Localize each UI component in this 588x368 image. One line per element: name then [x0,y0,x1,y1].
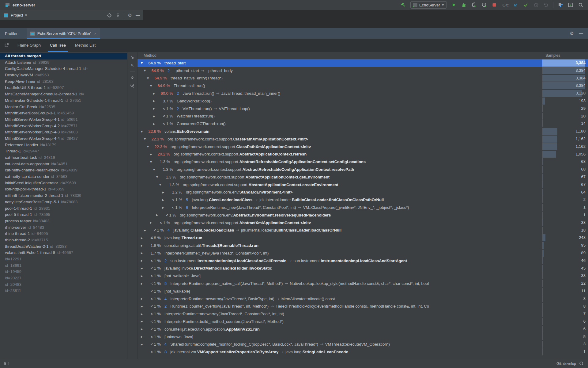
expand-node-icon[interactable]: ▶ [152,99,156,102]
call-tree-row[interactable]: ▶< 1 %InterpreterRuntime::build_method_c… [138,318,588,325]
debug-button[interactable] [461,2,467,8]
call-tree-row[interactable]: ▶< 1 %5InterpreterRuntime::prepare_nativ… [138,280,588,287]
call-tree-row[interactable]: ▶< 1 %6InterpreterRuntime::_new(JavaThre… [138,204,588,211]
collapse-node-icon[interactable]: ▼ [149,84,153,87]
expand-node-icon[interactable]: ▶ [139,305,144,308]
call-tree-row[interactable]: < 1 %[not_walkable]11 [138,287,588,295]
thread-list-item[interactable]: Reference Handlerid=18179 [0,142,127,148]
call-tree-row[interactable]: ▶< 1 %java.lang.invoke.DirectMethodHandl… [138,265,588,272]
thread-list-item[interactable]: MtthriftServerWorkerGroup-4-4id=28427 [0,136,127,142]
notifications-icon[interactable] [579,361,584,366]
collapse-node-icon[interactable]: ▼ [145,145,150,148]
thread-list-item[interactable]: id=18691 [0,263,127,269]
profiler-session-tab[interactable]: EchoServer with 'CPU Profiler' × [27,28,100,39]
call-tree-row[interactable]: ▶< 1 %4InterpreterRuntime::newarray(Java… [138,295,588,303]
focus-subtree-icon[interactable]: ↘ [130,55,135,59]
build-hammer-icon[interactable] [400,2,406,8]
thread-list-item[interactable]: MnsInvoker-Schedule-1-thread-1id=27651 [0,98,127,104]
run-button[interactable] [451,2,457,8]
filter-target-icon[interactable] [130,83,135,88]
call-tree-row[interactable]: ▶< 1 %2VMThread::run()→VMThread::loop()2… [138,105,588,113]
view-tab-flame-graph[interactable]: Flame Graph [13,39,45,52]
call-tree-row[interactable]: ▼1.3 %org.springframework.context.suppor… [138,158,588,166]
thread-list-item[interactable]: Thread-1id=29447 [0,148,127,155]
rollback-button-disabled[interactable] [543,2,549,8]
thread-list-item[interactable]: MtthriftServerWorkerGroup-4-2id=77571 [0,123,127,129]
running-tool-window-icon[interactable] [567,2,574,8]
call-tree-row[interactable]: ▼64.9 %2_pthread_start→_pthread_body3,38… [138,67,588,75]
expand-node-icon[interactable]: ▶ [152,115,156,118]
call-tree-row[interactable]: ▼22.6 %volans.EchoServer.main1,180 [138,128,588,135]
history-button-disabled[interactable] [533,2,539,8]
expand-node-icon[interactable]: ▶ [149,153,153,156]
call-tree-row[interactable]: ▶< 1 %[unknown_Java]5 [138,333,588,341]
project-structure-icon[interactable] [557,2,564,8]
call-tree-row[interactable]: ▶< 1 %org.springframework.core.env.Abstr… [138,211,588,219]
tool-window-toggle-icon[interactable] [4,362,9,365]
collapse-node-icon[interactable]: ▼ [155,175,160,178]
call-tree-row[interactable]: ▶< 1 %[not_walkable_Java]33 [138,272,588,280]
call-tree-row[interactable]: ▶< 1 %5java.lang.ClassLoader.loadClass→j… [138,196,588,204]
thread-list-item[interactable]: MtthriftServerWorkerGroup-4-1id=50691 [0,117,127,123]
collapse-node-icon[interactable]: ▼ [139,130,144,133]
call-tree-row[interactable]: ▼64.9 %thread_native_entry(Thread*)3,384 [138,75,588,82]
git-branch-widget[interactable]: Git: develop [556,362,576,366]
thread-list-item[interactable]: MnsCacheManager-Schedule-2-thread-1id= [0,91,127,98]
vcs-update-button[interactable] [513,2,519,8]
expand-node-icon[interactable]: ▶ [139,251,144,255]
stop-button[interactable] [491,2,497,8]
collapse-nodes-icon[interactable] [130,75,135,80]
expand-node-icon[interactable]: ▶ [155,213,160,217]
call-tree-row[interactable]: ▶3.7 %GangWorker::loop()193 [138,97,588,105]
call-tree-row[interactable]: ▶< 1 %2Runtime1::counter_overflow(JavaTh… [138,303,588,310]
call-tree-row[interactable]: < 1 %8jdk.internal.vm.VMSupport.serializ… [138,348,588,356]
call-tree-row[interactable]: ▼1.3 %org.springframework.context.suppor… [138,173,588,181]
call-tree-row[interactable]: ▶< 1 %WatcherThread::run()20 [138,113,588,120]
thread-list-item[interactable]: id=12291 [0,256,127,263]
thread-list-item[interactable]: Monitor Ctrl-Breakid=22535 [0,104,127,110]
call-tree-row[interactable]: ▶1.8 %com.dianping.cat.util.Threads$Runn… [138,242,588,249]
expand-node-icon[interactable]: ▶ [139,335,144,338]
thread-list-item[interactable]: cat-netty-tcp-data-senderid=34563 [0,174,127,180]
thread-list-item[interactable]: process reaperid=38403 [0,218,127,224]
vcs-commit-button[interactable] [523,2,529,8]
thread-list-item[interactable]: id=20483 [0,282,127,288]
expand-node-icon[interactable]: ▶ [139,259,144,262]
view-tab-call-tree[interactable]: Call Tree [45,39,70,52]
expand-node-icon[interactable]: ▶ [139,312,144,316]
thread-list-item[interactable]: lion-http-poll-0-thread-1id=45059 [0,186,127,193]
call-tree-row[interactable]: ▶< 1 %InterpreterRuntime::anewarray(Java… [138,310,588,318]
call-tree-row[interactable]: ▶20.2 %org.springframework.context.suppo… [138,151,588,158]
thread-list-item[interactable]: MtthriftServerWorkerGroup-4-3id=76803 [0,129,127,136]
expand-node-icon[interactable]: ▶ [161,206,166,209]
collapse-node-icon[interactable]: ▼ [142,69,147,72]
expand-node-icon[interactable]: ▶ [152,92,156,95]
thread-list-item[interactable]: rhino-thread-2id=83715 [0,237,127,243]
call-tree-row[interactable]: ▶< 1 %4java.lang.ClassLoader.loadClass→j… [138,227,588,234]
expand-node-icon[interactable]: ▶ [152,122,156,125]
expand-node-icon[interactable]: ▶ [139,267,144,270]
open-in-new-window-icon[interactable] [0,39,13,52]
call-tree-row[interactable]: ▼1.3 %org.springframework.context.suppor… [138,166,588,173]
expand-node-icon[interactable]: ▶ [139,244,144,247]
expand-node-icon[interactable]: ▶ [161,198,166,201]
profiler-clock-run-button[interactable] [481,2,487,8]
thread-list-item[interactable]: nettyHttpServerBossGroup-5-1id=78083 [0,199,127,205]
thread-list-item[interactable]: rhino-serverid=84483 [0,224,127,231]
collapse-node-icon[interactable]: ▼ [152,168,156,171]
search-everywhere-icon[interactable] [578,2,584,8]
collapse-node-icon[interactable]: ▼ [145,77,150,80]
locate-file-icon[interactable] [107,13,112,18]
expand-node-icon[interactable]: ▶ [161,191,166,194]
expand-node-icon[interactable]: ▶ [139,236,144,240]
thread-list-item[interactable]: id=20227 [0,275,127,282]
profiler-hide-icon[interactable]: — [579,31,583,36]
call-tree-row[interactable]: ▼22.3 %org.springframework.context.suppo… [138,135,588,143]
thread-list-item[interactable]: Attach Listenerid=39939 [0,59,127,66]
run-configuration-select[interactable]: EchoServer ▼ [410,1,447,9]
view-tab-method-list[interactable]: Method List [70,39,100,52]
call-tree-row[interactable]: ▼64.9 %Thread::call_run()3,384 [138,82,588,90]
thread-list-item[interactable]: cat-heartbeat-taskid=34819 [0,155,127,161]
thread-list-item[interactable]: mtthrift-falcon-monitor-2-thread-1id=783… [0,193,127,199]
expand-node-icon[interactable]: ▶ [139,274,144,278]
